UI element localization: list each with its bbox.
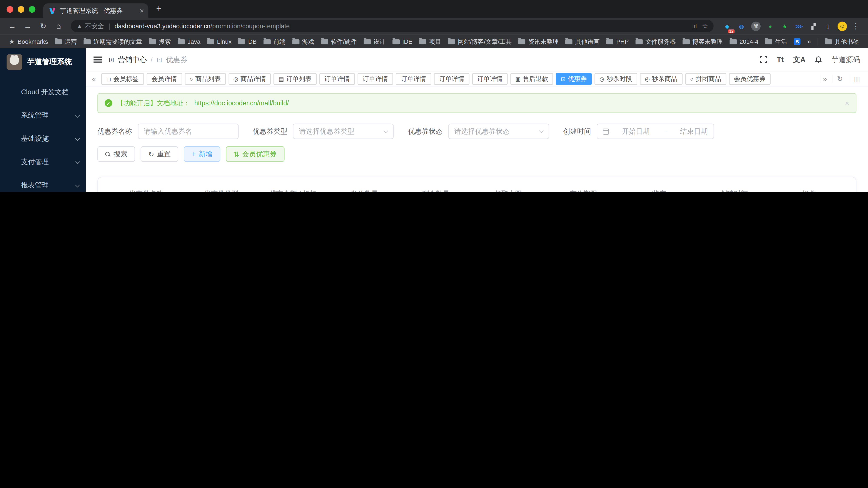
address-bar[interactable]: ▲ 不安全 | dashboard-vue3.yudao.iocoder.cn/… <box>71 20 714 32</box>
collapse-sidebar-icon[interactable] <box>93 55 102 64</box>
fullscreen-icon[interactable] <box>760 56 767 63</box>
security-chip[interactable]: ▲ 不安全 <box>76 22 104 30</box>
new-tab-button[interactable]: + <box>148 3 161 18</box>
bookmark-star-icon[interactable]: ☆ <box>702 22 708 30</box>
tags-layout-icon[interactable]: ▥ <box>849 75 865 83</box>
sidebar-menu-item[interactable]: 基础设施 <box>0 127 86 150</box>
extension-icon[interactable]: ▞ <box>809 21 818 31</box>
tag-view-tab[interactable]: 会员详情 <box>147 73 182 84</box>
font-size-icon[interactable]: Tt <box>777 56 784 64</box>
chevron-icon <box>75 160 80 164</box>
bookmark-item[interactable]: B Java开发 | 小组首... <box>790 36 803 47</box>
bookmark-item[interactable]: 软件/硬件 <box>317 36 360 47</box>
coupon-status-select[interactable]: 请选择优惠券状态 <box>448 124 549 139</box>
tag-view-tab[interactable]: 订单详情 <box>434 73 469 84</box>
tags-refresh-icon[interactable]: ↻ <box>833 75 847 83</box>
alert-doc-link[interactable]: https://doc.iocoder.cn/mall/build/ <box>194 99 289 107</box>
bookmark-item[interactable]: 博客未整理 <box>679 36 726 47</box>
extension-icon[interactable]: ⋙ <box>794 21 804 31</box>
bookmark-item[interactable]: 搜索 <box>146 36 174 47</box>
extension-icon[interactable]: ◆12 <box>722 21 732 31</box>
bookmark-item[interactable]: 网站/博客/文章/工具 <box>444 36 515 47</box>
coupon-tag-icon: ⊡ <box>157 56 162 63</box>
app-logo-rabbit <box>7 54 22 70</box>
home-icon[interactable]: ⌂ <box>52 22 65 30</box>
tag-view-tab[interactable]: ◷ 秒杀时段 <box>595 73 637 84</box>
zoom-window-button[interactable] <box>29 6 35 13</box>
tag-view-tab[interactable]: ◎ 商品详情 <box>228 73 271 84</box>
bookmark-item[interactable]: 运营 <box>51 36 80 47</box>
bookmark-item[interactable]: Linux <box>204 36 235 47</box>
bookmark-item[interactable]: 前端 <box>260 36 289 47</box>
reload-icon[interactable]: ↻ <box>36 22 50 30</box>
tag-view-tab[interactable]: 会员优惠券 <box>729 73 771 84</box>
other-bookmarks[interactable]: 其他书签 <box>822 36 862 47</box>
bookmark-item[interactable]: 资讯未整理 <box>515 36 562 47</box>
tag-view-tab[interactable]: 订单详情 <box>319 73 354 84</box>
tag-view-tab[interactable]: ▤ 订单列表 <box>274 73 317 84</box>
share-icon[interactable]: ⍐ <box>692 22 696 30</box>
source-code-label[interactable]: 芋道源码 <box>832 55 860 65</box>
tag-view-tab[interactable]: ◴ 秒杀商品 <box>640 73 682 84</box>
reset-button[interactable]: ↻重置 <box>141 146 179 162</box>
notification-bell-icon[interactable] <box>815 56 822 63</box>
tag-view-tab[interactable]: ▣ 售后退款 <box>510 73 553 84</box>
tab-close-icon[interactable]: × <box>140 6 144 15</box>
bookmark-item[interactable]: 近期需要读的文章 <box>80 36 146 47</box>
bookmarks-overflow-icon[interactable]: » <box>804 38 814 46</box>
extension-icon[interactable]: ◍ <box>737 21 746 31</box>
bookmark-item[interactable]: 其他语言 <box>562 36 603 47</box>
bookmark-item[interactable]: IDE <box>389 36 416 47</box>
bookmark-item[interactable]: 设计 <box>360 36 389 47</box>
add-button[interactable]: +新增 <box>184 146 220 162</box>
language-icon[interactable]: 文A <box>793 55 805 65</box>
minimize-window-button[interactable] <box>18 6 24 13</box>
extension-icon[interactable]: ★ <box>780 21 789 31</box>
warning-icon: ▲ <box>76 23 83 29</box>
bookmark-item[interactable]: 生活 <box>762 36 790 47</box>
sidebar-menu-item[interactable]: 报表管理 <box>0 173 86 192</box>
bookmark-item[interactable]: DB <box>235 36 260 47</box>
close-window-button[interactable] <box>7 6 13 13</box>
browser-tab[interactable]: 芋道管理系统 - 优惠券 × <box>43 3 149 18</box>
bookmark-item[interactable]: 游戏 <box>289 36 317 47</box>
tag-view-tab[interactable]: ○ 拼团商品 <box>685 73 726 84</box>
extension-icon[interactable]: ▯ <box>823 21 833 31</box>
tag-view-tab[interactable]: ⊡ 优惠券 <box>556 73 592 84</box>
tag-view-tab[interactable]: ○ 商品列表 <box>185 73 226 84</box>
forward-icon[interactable]: → <box>21 22 34 30</box>
tag-view-tab[interactable]: 订单详情 <box>358 73 393 84</box>
tag-view-tab[interactable]: 订单详情 <box>396 73 431 84</box>
date-range-picker[interactable]: 开始日期 – 结束日期 <box>596 124 714 139</box>
extension-icon[interactable]: ● <box>766 21 775 31</box>
back-icon[interactable]: ← <box>5 22 19 30</box>
tag-view-tab[interactable]: ◻ 会员标签 <box>101 73 144 84</box>
breadcrumb-parent[interactable]: 营销中心 <box>118 55 147 65</box>
alert-close-icon[interactable]: × <box>845 99 849 107</box>
sidebar-menu-item[interactable]: 系统管理 <box>0 104 86 127</box>
browser-menu-icon[interactable]: ⋮ <box>849 22 862 30</box>
sidebar-menu-item[interactable]: Cloud 开发文档 <box>0 80 86 104</box>
search-icon <box>105 152 110 156</box>
app-logo-row[interactable]: 芋道管理系统 <box>0 48 86 76</box>
coupon-name-input[interactable]: 请输入优惠券名 <box>137 124 238 139</box>
tags-scroll-left-icon[interactable]: « <box>89 75 99 83</box>
chevron-down-icon <box>383 128 388 133</box>
sidebar-menu-item[interactable]: 支付管理 <box>0 150 86 173</box>
bookmark-item[interactable]: Java <box>174 36 204 47</box>
extension-icon[interactable]: ⌘ <box>751 21 761 31</box>
bookmark-item[interactable]: 项目 <box>416 36 444 47</box>
bookmark-item[interactable]: PHP <box>603 36 632 47</box>
search-button[interactable]: 搜索 <box>97 146 135 162</box>
window-controls[interactable] <box>0 6 43 18</box>
coupon-type-select[interactable]: 请选择优惠券类型 <box>293 124 394 139</box>
extension-icon[interactable]: ☺ <box>838 21 847 31</box>
member-coupon-button[interactable]: ⇅会员优惠券 <box>226 146 284 162</box>
success-check-icon: ✓ <box>104 99 113 107</box>
tag-view-tab[interactable]: 订单详情 <box>472 73 507 84</box>
reset-icon: ↻ <box>148 150 154 158</box>
bookmark-item[interactable]: ★ Bookmarks <box>5 36 51 47</box>
bookmark-item[interactable]: 文件服务器 <box>632 36 679 47</box>
tags-scroll-right-icon[interactable]: » <box>819 75 830 83</box>
bookmark-item[interactable]: 2014-4 <box>726 36 762 47</box>
